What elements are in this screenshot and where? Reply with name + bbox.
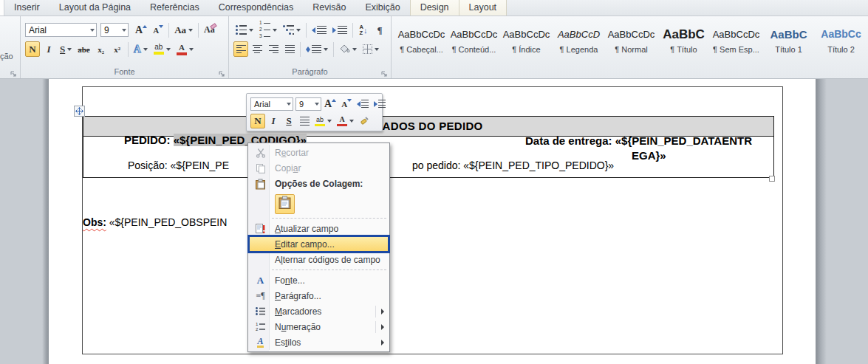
menu-item-numeracao[interactable]: 12Numeração [248, 319, 389, 334]
tab-inserir[interactable]: Inserir [4, 0, 49, 16]
mini-increase-indent-button[interactable] [372, 97, 388, 111]
menu-item-label: Copiar [275, 163, 301, 174]
grow-font-button[interactable]: A [133, 22, 149, 38]
shading-button[interactable] [337, 41, 359, 57]
menu-item-alternar-codigos-de-campo[interactable]: Alternar códigos de campo [248, 252, 389, 267]
numbering-button[interactable] [257, 22, 279, 38]
mini-font-size-combo[interactable]: 9 [295, 97, 321, 111]
font-color-button[interactable]: A [174, 41, 196, 57]
group-label-paragrafo: Parágrafo [229, 67, 391, 76]
align-center-button[interactable] [250, 41, 264, 57]
dialog-launcher-icon[interactable] [218, 68, 226, 76]
obs-line[interactable]: Obs: «${PEIN_PED_OBSPEIN [83, 216, 227, 228]
arrow-down-icon [159, 25, 163, 28]
arrow-down-icon [347, 99, 352, 102]
menu-item-fonte[interactable]: AFonte... [248, 272, 389, 288]
menu-item-marcadores[interactable]: Marcadores [248, 303, 389, 319]
tab-layout-da-pagina[interactable]: Layout da Página [49, 0, 140, 16]
table-move-handle-icon[interactable] [74, 106, 85, 117]
style-chip-titulo[interactable]: AaBbC¶ Título [657, 22, 710, 65]
style-chip-conteud[interactable]: AaBbCcDc¶ Conteúd... [448, 22, 500, 65]
tipo-pedido-line[interactable]: po pedido: «${PEIN_PED_TIPO_PEDIDO}» [412, 159, 614, 171]
mini-bold-button[interactable]: N [250, 114, 265, 128]
shrink-font-button[interactable]: A [151, 22, 165, 38]
mini-decrease-indent-button[interactable] [355, 97, 371, 111]
sort-button[interactable]: AZ ↓ [356, 22, 371, 38]
posicao-line[interactable]: Posição: «${PEIN_PE [128, 159, 229, 171]
mini-underline-button[interactable]: S [281, 114, 296, 128]
superscript-button[interactable]: x² [110, 41, 125, 57]
style-chip-titulo-1[interactable]: AaBbCTítulo 1 [762, 22, 815, 65]
font-size-combo[interactable]: 9 [100, 23, 129, 37]
style-chip-normal[interactable]: AaBbCcDc¶ Normal [605, 22, 657, 65]
line-spacing-button[interactable] [304, 41, 330, 57]
tab-referencias[interactable]: Referências [140, 0, 209, 16]
entrega-merge-field[interactable]: «${PEIN_PED_DATAENTR [615, 134, 752, 147]
strikethrough-button[interactable]: abe [75, 41, 92, 57]
style-chip-titulo-2[interactable]: AaBbCcTítulo 2 [815, 22, 867, 65]
separator [300, 42, 301, 57]
menu-item-editar-campo[interactable]: Editar campo... [248, 236, 389, 252]
tab-exibicao[interactable]: Exibição [355, 0, 409, 16]
subscript-button[interactable]: x₂ [94, 41, 109, 57]
align-right-button[interactable] [266, 41, 281, 57]
styles-gallery: AaBbCcDc¶ Cabeçal...AaBbCcDc¶ Conteúd...… [395, 22, 868, 65]
increase-indent-button[interactable] [330, 22, 349, 38]
entrega-line-wrap[interactable]: EGA}» [632, 149, 666, 162]
dialog-launcher-icon[interactable] [10, 68, 18, 76]
style-preview: AaBbCcDc [398, 28, 445, 41]
style-chip-indice[interactable]: AaBbCcDc¶ Índice [500, 22, 553, 65]
group-label-fonte: Fonte [21, 67, 228, 76]
style-chip-cabecal[interactable]: AaBbCcDc¶ Cabeçal... [395, 22, 448, 65]
mini-grow-font-button[interactable]: A [322, 97, 338, 111]
justify-button[interactable] [282, 41, 297, 57]
align-left-button[interactable] [233, 41, 248, 57]
italic-button[interactable]: I [41, 41, 56, 57]
change-case-button[interactable]: Aa [172, 22, 195, 38]
underline-button[interactable]: S [58, 41, 74, 57]
submenu-arrow-icon [381, 340, 384, 346]
mini-font-name-combo[interactable]: Arial [250, 97, 293, 111]
tab-layout[interactable]: Layout [459, 0, 508, 16]
menu-separator [272, 269, 386, 270]
font-name-combo[interactable]: Arial [25, 23, 97, 37]
style-chip-sem-esp[interactable]: AaBbCcDc¶ Sem Esp... [710, 22, 762, 65]
mini-italic-button[interactable]: I [266, 114, 281, 128]
justify-icon [285, 44, 295, 55]
mini-shrink-font-button[interactable]: A [339, 97, 354, 111]
separator [333, 42, 334, 57]
show-paragraph-marks-button[interactable]: ¶ [372, 22, 387, 38]
mini-format-painter-button[interactable] [357, 114, 372, 128]
mini-highlight-button[interactable]: ab [312, 114, 334, 128]
paste-option-keep-formatting[interactable] [275, 194, 295, 214]
menu-item-atualizar-campo[interactable]: Atualizar campo [248, 221, 389, 236]
mini-font-color-button[interactable]: A [335, 114, 356, 128]
tab-revisao[interactable]: Revisão [303, 0, 355, 16]
tab-design[interactable]: Design [410, 0, 459, 16]
arrow-right-icon [332, 27, 336, 33]
bullets-button[interactable] [233, 22, 256, 38]
style-chip-legenda[interactable]: AaBbCcD¶ Legenda [553, 22, 605, 65]
text-highlight-color-button[interactable]: ab [151, 41, 173, 57]
arrow-up-icon [143, 25, 147, 28]
obs-merge-field[interactable]: «${PEIN_PED_OBSPEIN [106, 216, 227, 228]
font-size-value: 9 [104, 25, 109, 35]
decrease-indent-button[interactable] [310, 22, 329, 38]
paste-document-icon [278, 196, 292, 213]
menu-item-estilos[interactable]: AEstilos [248, 334, 389, 350]
menu-item-paragrafo[interactable]: ≡¶Parágrafo... [248, 288, 389, 303]
separator [168, 23, 169, 38]
clear-formatting-button[interactable]: Aa [202, 22, 217, 38]
bold-button[interactable]: N [25, 41, 40, 57]
text-effects-button[interactable]: A [131, 41, 150, 57]
dialog-launcher-icon[interactable] [380, 68, 389, 76]
bullets-icon [252, 306, 269, 316]
borders-button[interactable] [360, 41, 381, 57]
mini-justify-button[interactable] [297, 114, 312, 128]
multilevel-list-button[interactable] [281, 22, 303, 38]
entrega-line[interactable]: Data de entrega: «${PEIN_PED_DATAENTR [525, 134, 752, 147]
menu-item-label: Recortar [275, 148, 309, 158]
tab-correspondencias[interactable]: Correspondências [209, 0, 303, 16]
style-preview: AaBbCcDc [503, 28, 550, 41]
table-resize-handle[interactable] [769, 176, 775, 182]
